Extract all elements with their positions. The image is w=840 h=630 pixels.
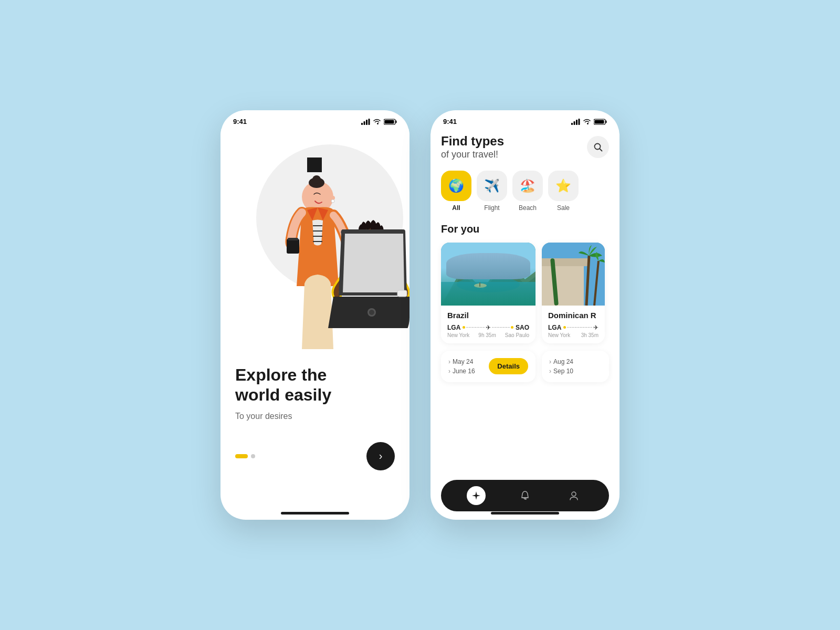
- signal-icon-2: [571, 119, 580, 125]
- svg-line-33: [600, 149, 602, 151]
- phone1-headline: Explore the world easily: [235, 365, 395, 405]
- svg-rect-6: [385, 120, 394, 123]
- dot-2: [251, 454, 255, 458]
- search-button[interactable]: [587, 136, 609, 158]
- brazil-landscape: [441, 243, 536, 306]
- date-card-brazil: May 24 June 16 Details: [441, 351, 536, 382]
- header-title-group: Find types of your travel!: [441, 134, 504, 160]
- svg-point-39: [474, 284, 487, 288]
- nav-bell[interactable]: [516, 486, 534, 505]
- details-button[interactable]: Details: [489, 358, 528, 374]
- search-header: Find types of your travel!: [441, 134, 609, 160]
- for-you-title: For you: [441, 223, 609, 235]
- nav-compass[interactable]: [467, 486, 486, 505]
- tab-flight-icon: ✈️: [477, 171, 507, 201]
- svg-rect-0: [361, 123, 363, 125]
- bottom-navigation: [441, 480, 609, 511]
- tab-flight[interactable]: ✈️ Flight: [477, 171, 507, 212]
- dominican-date-1: Aug 24: [549, 358, 602, 365]
- status-icons-2: [571, 119, 607, 125]
- tab-beach-icon: 🏖️: [512, 171, 543, 201]
- phone-main: 9:41 Find types of: [430, 110, 620, 520]
- tab-beach[interactable]: 🏖️ Beach: [512, 171, 543, 212]
- brazil-route: LGA ✈ SAO: [447, 324, 529, 331]
- plane-icon-brazil: ✈: [486, 324, 491, 331]
- brazil-duration: 9h 35m: [478, 332, 496, 338]
- tab-all-icon: 🌍: [441, 171, 471, 201]
- date-cards-row: May 24 June 16 Details Aug 24 Sep 10: [441, 351, 609, 382]
- status-time-1: 9:41: [233, 118, 247, 125]
- svg-rect-16: [287, 239, 299, 254]
- svg-rect-30: [606, 120, 607, 123]
- battery-icon: [384, 119, 397, 125]
- dominican-card-info: Dominican R LGA ✈ New York 3h 35m: [542, 306, 605, 343]
- destination-card-dominican[interactable]: Dominican R LGA ✈ New York 3h 35m: [542, 243, 605, 343]
- status-time-2: 9:41: [443, 118, 457, 125]
- dominican-route: LGA ✈: [548, 324, 598, 331]
- plane-icon-dominican: ✈: [593, 324, 598, 331]
- brazil-from-city: New York: [447, 332, 469, 338]
- brazil-route-line: ✈: [463, 324, 513, 331]
- dominican-from: LGA: [548, 324, 561, 331]
- dominican-date-2: Sep 10: [549, 368, 602, 375]
- route-dashed-line: [466, 327, 484, 328]
- svg-marker-35: [441, 258, 536, 306]
- svg-rect-34: [441, 243, 536, 306]
- dominican-duration: 3h 35m: [581, 332, 598, 338]
- brazil-to: SAO: [516, 324, 529, 331]
- destination-card-brazil[interactable]: Brazil LGA ✈ SAO New York: [441, 243, 536, 343]
- brazil-to-city: Sao Paulo: [505, 332, 529, 338]
- brazil-date-2: June 16: [448, 368, 484, 375]
- nav-profile[interactable]: [564, 486, 583, 505]
- status-bar-2: 9:41: [430, 110, 620, 129]
- next-button[interactable]: ›: [366, 442, 395, 470]
- tab-beach-label: Beach: [519, 204, 537, 212]
- home-indicator-2: [491, 512, 559, 514]
- svg-rect-27: [576, 120, 578, 125]
- svg-point-47: [572, 492, 576, 496]
- svg-point-9: [312, 175, 321, 184]
- svg-rect-5: [396, 120, 397, 123]
- search-icon: [593, 142, 603, 152]
- svg-point-11: [331, 200, 334, 203]
- svg-rect-40: [479, 282, 480, 287]
- wifi-icon: [373, 119, 381, 125]
- brazil-cities: New York 9h 35m Sao Paulo: [447, 332, 529, 338]
- phone1-text-content: Explore the world easily To your desires…: [220, 349, 410, 481]
- dominican-from-city: New York: [548, 332, 570, 338]
- svg-rect-1: [364, 121, 365, 125]
- destination-cards-row: Brazil LGA ✈ SAO New York: [441, 243, 609, 343]
- phone-onboarding: 9:41: [220, 110, 410, 520]
- svg-point-38: [457, 277, 520, 292]
- header-title: Find types: [441, 134, 504, 149]
- brazil-dates: May 24 June 16: [448, 358, 484, 375]
- svg-rect-31: [595, 120, 604, 123]
- brazil-card-info: Brazil LGA ✈ SAO New York: [441, 306, 536, 343]
- dominican-image: [542, 243, 605, 306]
- dominican-route-line: ✈: [563, 324, 598, 331]
- status-bar-1: 9:41: [220, 110, 410, 129]
- tab-all[interactable]: 🌍 All: [441, 171, 471, 212]
- person-icon: [569, 490, 579, 501]
- svg-rect-26: [574, 121, 575, 125]
- dot-1: [235, 454, 248, 458]
- route-dashed-line-3: [567, 327, 592, 328]
- route-dashed-line-2: [492, 327, 510, 328]
- tab-sale-label: Sale: [557, 204, 570, 212]
- brazil-date-1: May 24: [448, 358, 484, 365]
- compass-icon: [471, 490, 481, 501]
- brazil-from: LGA: [447, 324, 460, 331]
- route-dot-right: [511, 326, 513, 329]
- dominican-landscape: [542, 243, 605, 306]
- decorative-circle: [307, 158, 322, 172]
- tab-all-label: All: [452, 204, 460, 212]
- tab-flight-label: Flight: [484, 204, 499, 212]
- svg-marker-36: [441, 264, 536, 306]
- route-dot-left: [463, 326, 465, 329]
- brazil-name: Brazil: [447, 311, 529, 320]
- svg-rect-42: [542, 264, 584, 306]
- dominican-cities: New York 3h 35m: [548, 332, 598, 338]
- home-indicator-1: [281, 512, 349, 514]
- tab-sale[interactable]: ⭐ Sale: [548, 171, 579, 212]
- svg-rect-2: [366, 120, 368, 125]
